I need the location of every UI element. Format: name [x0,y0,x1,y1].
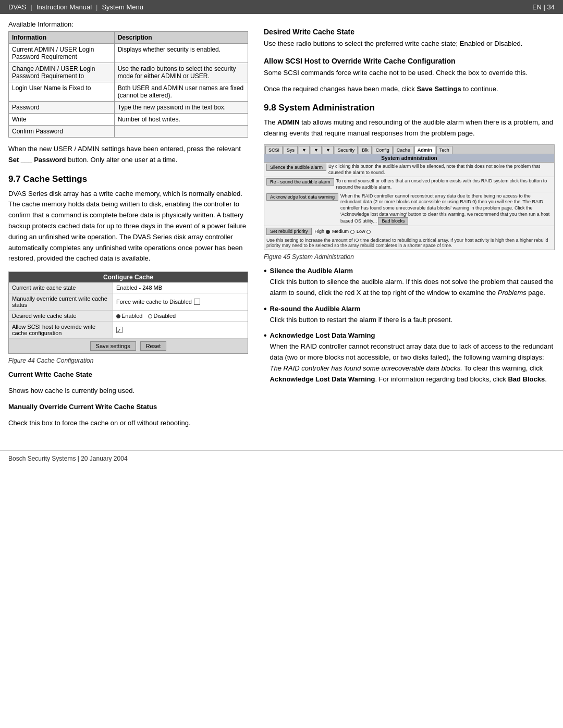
menu-label: System Menu [102,3,143,11]
tab-3: ▼ [299,146,310,154]
table-row: Change ADMIN / USER Login Password Requi… [9,63,248,82]
tab-tech: Tech [436,146,452,154]
cache-value-2: Force write cache to Disabled [113,293,248,310]
table-cell-desc [114,126,248,138]
table-col-information: Information [9,32,115,44]
tab-4: ▼ [311,146,322,154]
table-row: WriteNumber of host writes. [9,114,248,126]
sysadmin-screenshot: SCSI Sys ▼ ▼ ▼ Security Blk Config Cache… [264,144,555,251]
tab-scsi: SCSI [265,146,283,154]
priority-high-radio[interactable] [326,230,330,234]
cache-value-4 [113,322,248,338]
table-cell-desc: Both USER and ADMIN user names are fixed… [114,82,248,102]
table-row: Current ADMIN / USER Login Password Requ… [9,44,248,63]
reset-button[interactable]: Reset [140,341,167,351]
priority-desc: Use this setting to increase the amount … [264,237,554,250]
cache-row-1: Current write cache state Enabled - 248 … [9,282,248,293]
resound-row: Re - sound the audible alarm To remind y… [264,177,554,192]
bullet-silence-text: Silence the Audible Alarm Click this but… [270,266,555,298]
resound-desc: To remind yourself or others that an uns… [336,178,552,190]
header-sep1: | [30,3,32,11]
radio-enabled-icon[interactable]: Enabled [116,313,142,319]
page-footer: Bosch Security Systems | 20 January 2004 [0,450,563,466]
table-cell-desc: Type the new password in the text box. [114,102,248,114]
cache-value-3[interactable]: Enabled Disabled [113,311,248,321]
desired-write-body: Use these radio buttons to select the pr… [264,39,555,50]
section-98-heading: 9.8 System Administration [264,103,555,113]
resound-alarm-button[interactable]: Re - sound the audible alarm [266,178,334,186]
page-header: DVAS | Instruction Manual | System Menu … [0,0,563,14]
priority-medium-radio[interactable] [350,230,354,234]
section-97-heading: 9.7 Cache Settings [8,174,248,184]
tab-5: ▼ [323,146,334,154]
table-row: PasswordType the new password in the tex… [9,102,248,114]
tab-sys: Sys [284,146,298,154]
table-cell-info: Change ADMIN / USER Login Password Requi… [9,63,115,82]
manually-override-body: Check this box to force the cache on or … [8,418,248,429]
table-row: Login User Name is Fixed toBoth USER and… [9,82,248,102]
cache-label-3: Desired write cache state [9,311,113,321]
information-table: Information Description Current ADMIN / … [8,31,248,138]
fig45-label: Figure 45 System Administration [264,253,555,261]
table-row: Confirm Password [9,126,248,138]
bullet-resound: • Re-sound the Audible Alarm Click this … [264,304,555,326]
cache-label-2: Manually override current write cache st… [9,293,113,310]
allow-scsi-body: Some SCSI commands force write cache not… [264,68,555,79]
current-write-body: Shows how cache is currently being used. [8,386,248,397]
tab-cache: Cache [394,146,413,154]
brand-label: DVAS [8,3,26,11]
right-column: Desired Write Cache State Use these radi… [264,20,555,434]
bullet-ack: • Acknowledge Lost Data Warning When the… [264,330,555,385]
tab-security: Security [335,146,358,154]
bad-blocks-button[interactable]: Bad blocks [378,217,408,225]
bullet-dot-3: • [264,330,267,385]
priority-label: High Medium Low [315,229,372,234]
left-column: Available Information: Information Descr… [8,20,248,434]
cache-label-1: Current write cache state [9,282,113,293]
table-cell-desc: Displays whether security is enabled. [114,44,248,63]
save-note: Once the required changes have been made… [264,84,555,95]
table-col-description: Description [114,32,248,44]
table-cell-desc: Use the radio buttons to select the secu… [114,63,248,82]
cache-label-4: Allow SCSI host to override write cache … [9,322,113,338]
tab-blk: Blk [359,146,372,154]
available-info-label: Available Information: [8,20,248,28]
bullet-silence: • Silence the Audible Alarm Click this b… [264,266,555,298]
fig44-label: Figure 44 Cache Configuration [8,357,248,364]
silence-row: Silence the audible alarm By clicking th… [264,163,554,177]
bullet-list: • Silence the Audible Alarm Click this b… [264,266,555,385]
table-cell-info: Login User Name is Fixed to [9,82,115,102]
header-sep2: | [96,3,97,11]
footer-text: Bosch Security Systems | 20 January 2004 [8,455,128,462]
bullet-dot-2: • [264,304,267,326]
table-cell-info: Current ADMIN / USER Login Password Requ… [9,44,115,63]
section-97-body: DVAS Series disk array has a write cache… [8,189,248,265]
table-cell-desc: Number of host writes. [114,114,248,126]
priority-row: Set rebuild priority High Medium Low [264,226,554,237]
table-cell-info: Password [9,102,115,114]
current-write-heading: Current Write Cache State [8,369,248,380]
tab-admin[interactable]: Admin [414,146,435,154]
force-cache-checkbox[interactable] [194,299,200,305]
radio-disabled-icon[interactable]: Disabled [148,313,176,319]
silence-desc: By clicking this button the audible alar… [328,164,552,176]
cache-value-1: Enabled - 248 MB [113,282,248,293]
save-settings-button[interactable]: Save settings [90,341,136,351]
set-rebuild-priority-button[interactable]: Set rebuild priority [266,228,312,235]
ack-lost-data-button[interactable]: Acknowledge lost data warning [266,193,338,201]
sysadmin-tabs: SCSI Sys ▼ ▼ ▼ Security Blk Config Cache… [264,145,554,154]
cache-row-2: Manually override current write cache st… [9,293,248,311]
cache-row-3: Desired write cache state Enabled Disabl… [9,311,248,322]
table-cell-info: Confirm Password [9,126,115,138]
priority-low-radio[interactable] [366,230,371,234]
admin-note: When the new USER / ADMIN settings have … [8,144,248,166]
sysadmin-title: System administration [264,154,554,163]
section-98-intro: The ADMIN tab allows muting and resoundi… [264,117,555,139]
desired-write-heading: Desired Write Cache State [264,28,555,36]
scsi-override-checkbox[interactable] [116,327,123,333]
manual-label: Instruction Manual [36,3,92,11]
main-content: Available Information: Information Descr… [0,14,563,440]
ack-row: Acknowledge lost data warning When the R… [264,192,554,227]
tab-config: Config [373,146,393,154]
silence-alarm-button[interactable]: Silence the audible alarm [266,164,326,171]
